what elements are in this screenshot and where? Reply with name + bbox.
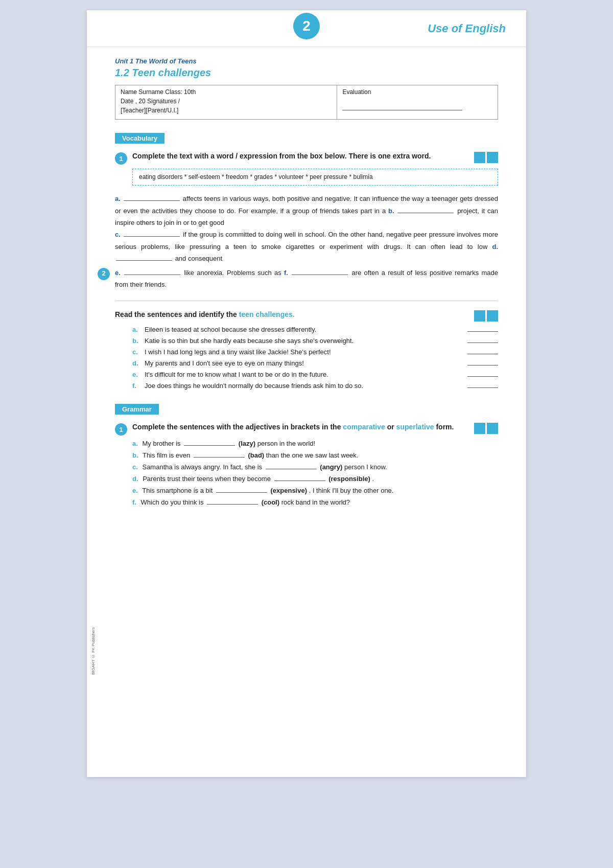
name-line: Name Surname Class: 10th: [121, 88, 332, 96]
grammar-1c-label: c.: [132, 463, 138, 471]
grammar-1d-text2: .: [372, 475, 374, 483]
ge1-superlative: superlative: [396, 423, 434, 431]
sentence-2f-text: Joe does things he wouldn't normally do …: [145, 382, 460, 390]
grammar-1e-hint: (expensive): [270, 487, 307, 494]
text-and-consequent: and consequent: [175, 255, 223, 262]
grammar-1d: d. Parents trust their teens when they b…: [132, 475, 498, 483]
grammar-1b-label: b.: [132, 451, 138, 459]
grammar-1d-text1: Parents trust their teens when they beco…: [143, 475, 272, 483]
teacher-line: [Teacher][Parent/U.I.]: [121, 107, 332, 114]
sentence-2d: d. My parents and I don't see eye to eye…: [132, 359, 498, 367]
grammar-1a-text1: My brother is: [142, 440, 182, 447]
answer-2b[interactable]: [467, 342, 498, 343]
grammar-1a-blank[interactable]: [184, 445, 235, 446]
ex2-instruction-highlight: teen challenges.: [239, 310, 295, 318]
answer-2a[interactable]: [467, 331, 498, 332]
blank-c[interactable]: [124, 236, 180, 237]
grammar-1b-text2: than the one we saw last week.: [266, 451, 359, 459]
sentence-2b: b. Katie is so thin but she hardly eats …: [132, 337, 498, 345]
answer-2f[interactable]: [467, 387, 498, 388]
grammar-1e-blank[interactable]: [216, 492, 267, 493]
text-after-c: if the group is committed to doing well …: [115, 231, 498, 250]
grammar-exercise-1-number: 1: [115, 423, 127, 436]
exercise-2-sentence-list: a. Eileen is teased at school because sh…: [132, 326, 498, 390]
sentence-2c-text: I wish I had long legs and a tiny waist …: [145, 348, 460, 356]
sentence-2e-label: e.: [132, 371, 142, 378]
blank-b[interactable]: [397, 213, 454, 213]
label-b: b.: [388, 207, 394, 215]
score-sq-ge1a: [474, 423, 485, 434]
grammar-1c: c. Samantha is always angry. In fact, sh…: [132, 463, 498, 471]
answer-2e[interactable]: [467, 376, 498, 377]
ge1-or: or: [385, 423, 396, 431]
label-c: c.: [115, 231, 121, 238]
label-e: e.: [115, 269, 121, 277]
grammar-sentence-list: a. My brother is (lazy) person in the wo…: [132, 440, 498, 506]
grammar-1d-label: d.: [132, 475, 138, 483]
header-area: 2 Use of English: [87, 10, 526, 47]
exercise-1-instruction: Complete the text with a word / expressi…: [132, 152, 466, 160]
score-sq-ge1b: [487, 423, 498, 434]
ge1-comparative: comparative: [343, 423, 385, 431]
section-title: 1.2 Teen challenges: [115, 67, 498, 79]
sentence-2f-label: f.: [132, 382, 142, 390]
grammar-1c-blank[interactable]: [266, 469, 317, 469]
grammar-1e-label: e.: [132, 487, 138, 494]
grammar-1e-text2: . I think I'll buy the other one.: [309, 487, 394, 494]
signature-line: [342, 110, 462, 110]
grammar-1b-text1: This film is even: [143, 451, 192, 459]
label-a: a.: [115, 195, 121, 202]
blank-a[interactable]: [124, 200, 180, 201]
grammar-1f-blank[interactable]: [207, 504, 258, 505]
sentence-2b-label: b.: [132, 337, 142, 345]
blank-f[interactable]: [292, 275, 348, 275]
sentence-2e: e. It's difficult for me to know what I …: [132, 371, 498, 378]
sentence-2c-label: c.: [132, 348, 142, 356]
blank-e[interactable]: [124, 275, 180, 275]
score-box-ge1: [474, 423, 498, 434]
word-box-text: eating disorders * self-esteem * freedom…: [139, 173, 373, 180]
sentence-2d-label: d.: [132, 359, 142, 367]
grammar-1a: a. My brother is (lazy) person in the wo…: [132, 440, 498, 447]
exercise-2-instruction: Read the sentences and identify the teen…: [115, 310, 466, 318]
grammar-1a-label: a.: [132, 440, 138, 447]
unit-title: Unit 1 The World of Teens: [115, 57, 498, 65]
score-sq-1b: [487, 152, 498, 163]
sentence-2f: f. Joe does things he wouldn't normally …: [132, 382, 498, 390]
grammar-1f-label: f.: [132, 498, 136, 506]
sentence-2a-label: a.: [132, 326, 142, 333]
grammar-1b-blank[interactable]: [194, 457, 245, 458]
grammar-exercise-1-block: 1 Complete the sentences with the adject…: [115, 423, 498, 506]
grammar-exercise-1-instruction: Complete the sentences with the adjectiv…: [132, 423, 466, 431]
divider-1: [115, 301, 498, 301]
ex2-instruction-part1: Read the sentences and identify the: [115, 310, 239, 318]
grammar-1c-hint: (angry): [320, 463, 342, 471]
grammar-1a-hint: (lazy): [239, 440, 255, 447]
answer-2d[interactable]: [467, 365, 498, 366]
grammar-1d-blank[interactable]: [274, 481, 325, 481]
sentence-2d-text: My parents and I don't see eye to eye on…: [145, 359, 460, 367]
exercise-1-block: 1 Complete the text with a word / expres…: [115, 152, 498, 290]
header-right-text: Use of English: [428, 22, 506, 35]
sentence-2b-text: Katie is so thin but she hardly eats bec…: [145, 337, 460, 345]
sentence-2c: c. I wish I had long legs and a tiny wai…: [132, 348, 498, 356]
sentence-2e-text: It's difficult for me to know what I wan…: [145, 371, 460, 378]
blank-d[interactable]: [116, 260, 172, 261]
text-after-e: like anorexia. Problems such as: [184, 269, 284, 277]
score-box-1: [474, 152, 498, 163]
exercise-1-number: 1: [115, 152, 127, 165]
grammar-1d-hint: (responsible): [328, 475, 370, 483]
grammar-1b-hint: (bad): [248, 451, 264, 459]
evaluation-label: Evaluation: [342, 88, 492, 96]
ge1-form: form.: [434, 423, 454, 431]
grammar-badge: Grammar: [115, 404, 159, 415]
grammar-1f-text2: rock band in the world?: [281, 498, 350, 506]
word-box: eating disorders * self-esteem * freedom…: [132, 169, 498, 186]
date-line: Date , 20 Signatures /: [121, 98, 332, 105]
answer-2c[interactable]: [467, 354, 498, 354]
text-after-f: are often a result of less positive rema…: [115, 269, 498, 288]
grammar-1f: f. Which do you think is (cool) rock ban…: [132, 498, 498, 506]
vocabulary-badge: Vocabulary: [115, 133, 164, 144]
grammar-1c-text2: person I know.: [344, 463, 387, 471]
grammar-1e-text1: This smartphone is a bit: [142, 487, 215, 494]
